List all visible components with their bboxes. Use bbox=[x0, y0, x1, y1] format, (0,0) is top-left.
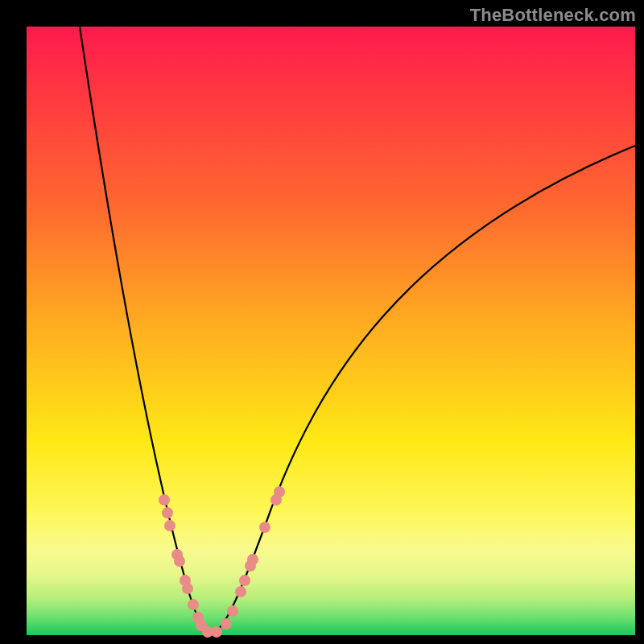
curve-dot bbox=[162, 507, 173, 518]
curve-left-branch bbox=[80, 27, 212, 633]
curve-right-branch bbox=[212, 146, 635, 633]
curve-dots bbox=[159, 486, 285, 638]
curve-dot bbox=[221, 618, 232, 630]
curve-dot bbox=[211, 626, 222, 638]
watermark-text: TheBottleneck.com bbox=[470, 5, 636, 26]
curve-dot bbox=[164, 520, 175, 531]
curve-dot bbox=[247, 554, 258, 565]
chart-frame: TheBottleneck.com bbox=[0, 0, 644, 644]
curve-dot bbox=[182, 583, 193, 594]
curve-dot bbox=[188, 599, 199, 610]
curve-dot bbox=[174, 555, 185, 567]
curve-dot bbox=[274, 486, 285, 497]
curve-dot bbox=[235, 586, 246, 597]
curve-dot bbox=[259, 522, 270, 533]
curve-dot bbox=[159, 494, 170, 506]
curve-dot bbox=[227, 605, 238, 617]
bottleneck-curve-layer bbox=[27, 27, 635, 635]
curve-dot bbox=[239, 575, 250, 586]
